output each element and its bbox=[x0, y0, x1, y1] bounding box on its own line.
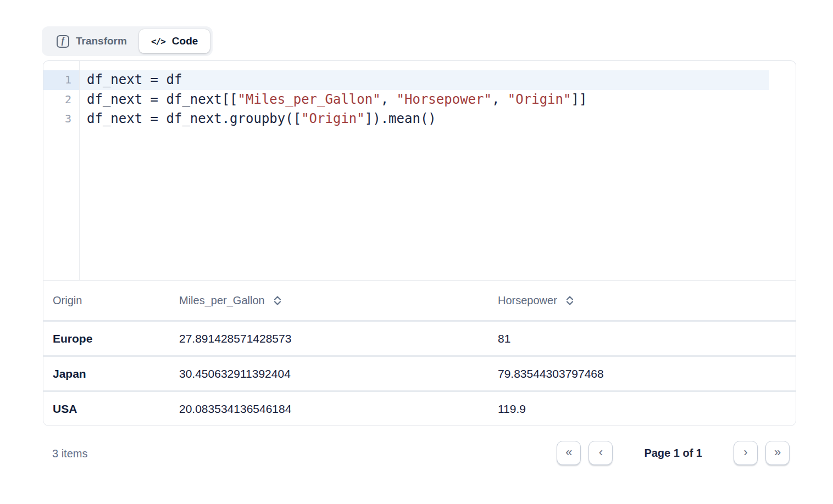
pagination-controls: « ‹ Page 1 of 1 › » bbox=[557, 441, 790, 465]
cell-miles-per-gallon: 27.891428571428573 bbox=[170, 332, 488, 345]
table-row[interactable]: USA 20.083534136546184 119.9 bbox=[43, 390, 796, 425]
line-number: 3 bbox=[43, 109, 79, 129]
code-line-3[interactable]: df_next = df_next.groupby(["Origin"]).me… bbox=[80, 109, 796, 129]
string-token: "Origin" bbox=[508, 92, 571, 107]
app-window: f Transform </> Code 1 2 3 df_next = df … bbox=[0, 0, 833, 504]
tab-transform-label: Transform bbox=[76, 35, 127, 47]
line-number: 1 bbox=[43, 70, 79, 90]
code-editor[interactable]: 1 2 3 df_next = df df_next = df_next[["M… bbox=[43, 60, 796, 280]
code-token: , bbox=[492, 92, 508, 107]
cell-origin: Japan bbox=[43, 367, 170, 380]
function-icon: f bbox=[57, 35, 69, 48]
cell-horsepower: 81 bbox=[488, 332, 796, 345]
sort-icon[interactable] bbox=[566, 296, 574, 305]
string-token: "Origin" bbox=[301, 111, 365, 126]
code-token: ]).mean() bbox=[365, 111, 436, 126]
code-token: df_next = df_next.groupby([ bbox=[87, 111, 301, 126]
tab-code-label: Code bbox=[172, 35, 198, 47]
cell-horsepower: 119.9 bbox=[488, 402, 796, 416]
items-count: 3 items bbox=[52, 447, 87, 460]
tab-code[interactable]: </> Code bbox=[139, 29, 210, 53]
code-line-1[interactable]: df_next = df bbox=[80, 70, 769, 90]
view-mode-tabbar: f Transform </> Code bbox=[42, 26, 213, 56]
next-page-button[interactable]: › bbox=[734, 441, 758, 465]
double-chevron-right-icon: » bbox=[774, 446, 781, 460]
code-line-2[interactable]: df_next = df_next[["Miles_per_Gallon", "… bbox=[80, 90, 796, 110]
code-token: df_next = df_next[[ bbox=[87, 92, 238, 107]
first-page-button[interactable]: « bbox=[557, 441, 581, 465]
column-label: Miles_per_Gallon bbox=[179, 294, 265, 307]
code-content[interactable]: df_next = df df_next = df_next[["Miles_p… bbox=[80, 61, 796, 280]
tab-transform[interactable]: f Transform bbox=[45, 29, 139, 53]
code-token: ]] bbox=[571, 92, 587, 107]
sort-icon[interactable] bbox=[274, 296, 281, 305]
cell-miles-per-gallon: 30.450632911392404 bbox=[170, 367, 488, 380]
line-number-gutter: 1 2 3 bbox=[43, 61, 80, 280]
table-row[interactable]: Europe 27.891428571428573 81 bbox=[43, 320, 796, 355]
column-label: Horsepower bbox=[498, 294, 557, 307]
table-header-row: Origin Miles_per_Gallon Horsepower bbox=[43, 281, 796, 320]
line-number: 2 bbox=[43, 90, 79, 110]
cell-miles-per-gallon: 20.083534136546184 bbox=[170, 402, 488, 416]
double-chevron-left-icon: « bbox=[565, 446, 572, 460]
column-label: Origin bbox=[53, 294, 82, 307]
cell-origin: USA bbox=[43, 402, 170, 416]
string-token: "Horsepower" bbox=[397, 92, 492, 107]
table-row[interactable]: Japan 30.450632911392404 79.835443037974… bbox=[43, 355, 796, 390]
string-token: "Miles_per_Gallon" bbox=[238, 92, 381, 107]
last-page-button[interactable]: » bbox=[765, 441, 790, 465]
code-token: , bbox=[381, 92, 397, 107]
cell-horsepower: 79.83544303797468 bbox=[488, 367, 796, 380]
page-indicator: Page 1 of 1 bbox=[644, 447, 702, 460]
code-brackets-icon: </> bbox=[151, 36, 165, 47]
column-header-horsepower[interactable]: Horsepower bbox=[488, 294, 796, 307]
chevron-left-icon: ‹ bbox=[599, 446, 603, 460]
column-header-miles-per-gallon[interactable]: Miles_per_Gallon bbox=[170, 294, 488, 307]
cell-origin: Europe bbox=[43, 332, 170, 345]
chevron-right-icon: › bbox=[743, 446, 747, 460]
column-header-origin: Origin bbox=[43, 294, 170, 307]
result-table: Origin Miles_per_Gallon Horsepower Europ… bbox=[43, 280, 796, 426]
previous-page-button[interactable]: ‹ bbox=[588, 441, 613, 465]
code-token: df_next = df bbox=[87, 72, 182, 87]
